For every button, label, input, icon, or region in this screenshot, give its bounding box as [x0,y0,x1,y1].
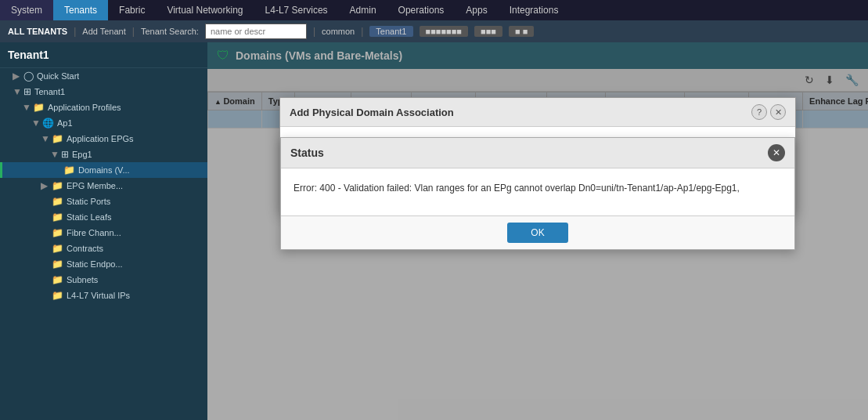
sidebar-item-fibre-channel[interactable]: 📁 Fibre Chann... [0,225,207,241]
subnets-folder-icon: 📁 [52,274,63,285]
app-profiles-folder-icon: 📁 [33,102,45,113]
nav-item-admin[interactable]: Admin [339,0,387,20]
sidebar-item-domains[interactable]: 📁 Domains (V... [0,162,207,178]
sidebar-item-ap1[interactable]: ▼ 🌐 Ap1 [0,115,207,131]
fibre-channel-folder-icon: 📁 [52,227,63,238]
static-leafs-folder-icon: 📁 [52,212,63,223]
tenant1-link[interactable]: Tenant1 [369,26,412,37]
sidebar-item-app-epgs[interactable]: ▼ 📁 Application EPGs [0,131,207,147]
ok-button[interactable]: OK [507,223,567,243]
nav-item-apps[interactable]: Apps [455,0,498,20]
tenant-search-input[interactable] [205,24,307,39]
tenant-pill-4[interactable]: ■ ■ [509,26,534,37]
sidebar: Tenant1 ▶ ◯ Quick Start ▼ ⊞ Tenant1 ▼ 📁 … [0,42,207,420]
sidebar-root-header: Tenant1 [0,42,207,68]
modal-title: Add Physical Domain Association [290,107,454,118]
status-title: Status [290,147,324,159]
sidebar-item-static-endpoints[interactable]: 📁 Static Endpo... [0,256,207,272]
nav-item-system[interactable]: System [0,0,53,20]
domains-folder-icon: 📁 [63,165,75,176]
add-tenant-link[interactable]: Add Tenant [82,27,125,36]
top-nav: System Tenants Fabric Virtual Networking… [0,0,868,20]
epg1-icon: ⊞ [61,149,69,160]
nav-item-tenants[interactable]: Tenants [53,0,108,20]
modal-header: Add Physical Domain Association ? ✕ [280,98,795,127]
modal-header-btns: ? ✕ [751,104,786,120]
static-endpoints-folder-icon: 📁 [52,259,63,270]
nav-item-virtual-networking[interactable]: Virtual Networking [156,0,254,20]
nav-item-operations[interactable]: Operations [387,0,456,20]
nav-item-l4l7[interactable]: L4-L7 Services [254,0,339,20]
contracts-folder-icon: 📁 [52,243,63,254]
status-modal: Status ✕ Error: 400 - Validation failed:… [280,137,795,250]
l4l7-vips-folder-icon: 📁 [52,290,63,301]
epg-members-folder-icon: 📁 [52,180,63,191]
nav-item-fabric[interactable]: Fabric [108,0,156,20]
modal-overlay: Add Physical Domain Association ? ✕ Phys… [207,42,868,420]
status-body: Error: 400 - Validation failed: Vlan ran… [281,168,794,215]
tenant-pill-3[interactable]: ■■■ [474,26,502,37]
tenant-pill-2[interactable]: ■■■■■■■ [420,26,469,37]
sidebar-item-contracts[interactable]: 📁 Contracts [0,241,207,256]
ap1-icon: 🌐 [42,118,54,129]
all-tenants-link[interactable]: ALL TENANTS [8,27,67,36]
status-error-text: Error: 400 - Validation failed: Vlan ran… [294,181,782,195]
status-footer: OK [281,215,794,249]
sidebar-item-l4l7-vips[interactable]: 📁 L4-L7 Virtual IPs [0,288,207,303]
add-physical-domain-modal: Add Physical Domain Association ? ✕ Phys… [279,97,796,213]
sidebar-item-app-profiles[interactable]: ▼ 📁 Application Profiles [0,100,207,115]
nav-item-integrations[interactable]: Integrations [499,0,570,20]
modal-help-button[interactable]: ? [751,104,767,120]
sidebar-item-static-leafs[interactable]: 📁 Static Leafs [0,209,207,225]
static-ports-folder-icon: 📁 [52,196,63,207]
sidebar-item-quick-start[interactable]: ▶ ◯ Quick Start [0,68,207,84]
sidebar-item-subnets[interactable]: 📁 Subnets [0,272,207,288]
modal-close-button[interactable]: ✕ [770,104,786,120]
tenant1-icon: ⊞ [23,86,31,97]
sidebar-item-epg1[interactable]: ▼ ⊞ Epg1 [0,147,207,162]
common-tenant-link[interactable]: common [322,27,355,36]
app-epgs-folder-icon: 📁 [52,133,63,144]
sidebar-item-tenant1[interactable]: ▼ ⊞ Tenant1 [0,84,207,100]
tenant-search-label: Tenant Search: [141,27,199,36]
status-close-button[interactable]: ✕ [768,144,785,161]
quick-start-icon: ◯ [23,71,34,81]
tenant-bar: ALL TENANTS | Add Tenant | Tenant Search… [0,20,868,42]
status-header: Status ✕ [281,138,794,168]
sidebar-item-epg-members[interactable]: ▶ 📁 EPG Membe... [0,178,207,194]
content-area: 🛡 Domains (VMs and Bare-Metals) ↻ ⬇ 🔧 Do… [207,42,868,420]
sidebar-item-static-ports[interactable]: 📁 Static Ports [0,194,207,209]
